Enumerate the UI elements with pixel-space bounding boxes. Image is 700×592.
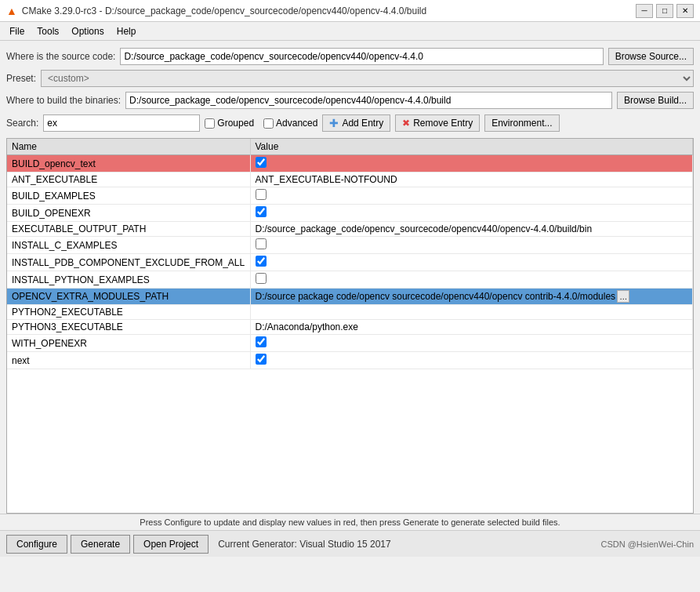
app-icon: ▲ — [6, 5, 17, 17]
ellipsis-button[interactable]: … — [617, 290, 629, 303]
entry-name: OPENCV_EXTRA_MODULES_PATH — [7, 289, 250, 305]
name-column-header: Name — [7, 139, 250, 155]
cmake-table: Name Value BUILD_opencv_textANT_EXECUTAB… — [6, 138, 694, 514]
value-column-header: Value — [250, 139, 693, 155]
search-input[interactable] — [43, 114, 200, 132]
table-row[interactable]: BUILD_OPENEXR — [7, 205, 693, 222]
source-code-row: Where is the source code: Browse Source.… — [6, 47, 694, 66]
menu-file[interactable]: File — [3, 24, 31, 38]
filter-options: Grouped Advanced — [205, 118, 317, 129]
build-label: Where to build the binaries: — [6, 95, 121, 106]
advanced-checkbox-label[interactable]: Advanced — [263, 118, 317, 129]
entry-name: INSTALL_C_EXAMPLES — [7, 237, 250, 254]
table-row[interactable]: BUILD_EXAMPLES — [7, 187, 693, 205]
entry-checkbox[interactable] — [256, 336, 267, 347]
window-title: CMake 3.29.0-rc3 - D:/source_package_cod… — [22, 5, 426, 16]
entry-value: ANT_EXECUTABLE-NOTFOUND — [250, 173, 693, 187]
grouped-checkbox[interactable] — [205, 118, 215, 129]
entry-checkbox[interactable] — [256, 256, 267, 267]
search-label: Search: — [6, 118, 38, 129]
entry-value — [250, 305, 693, 320]
configure-button[interactable]: Configure — [6, 535, 67, 554]
entry-name: INSTALL_PDB_COMPONENT_EXCLUDE_FROM_ALL — [7, 254, 250, 271]
menu-help[interactable]: Help — [111, 24, 143, 38]
credit-text: CSDN @HsienWei-Chin — [600, 539, 694, 549]
entry-name: next — [7, 352, 250, 369]
table-row[interactable]: INSTALL_PDB_COMPONENT_EXCLUDE_FROM_ALL — [7, 254, 693, 271]
table-row[interactable]: PYTHON2_EXECUTABLE — [7, 305, 693, 320]
status-bar: Press Configure to update and display ne… — [0, 514, 700, 530]
status-message: Press Configure to update and display ne… — [140, 518, 560, 527]
entry-value[interactable] — [250, 187, 693, 205]
advanced-checkbox[interactable] — [263, 118, 274, 129]
entry-checkbox[interactable] — [256, 354, 267, 365]
generator-text: Current Generator: Visual Studio 15 2017 — [218, 539, 391, 550]
grouped-checkbox-label[interactable]: Grouped — [205, 118, 254, 129]
menu-options[interactable]: Options — [65, 24, 110, 38]
entry-name: BUILD_OPENEXR — [7, 205, 250, 222]
main-content: Where is the source code: Browse Source.… — [0, 41, 700, 514]
browse-source-button[interactable]: Browse Source... — [608, 48, 694, 65]
table-row[interactable]: ANT_EXECUTABLEANT_EXECUTABLE-NOTFOUND — [7, 173, 693, 187]
build-row: Where to build the binaries: Browse Buil… — [6, 91, 694, 110]
browse-build-button[interactable]: Browse Build... — [617, 92, 694, 109]
title-bar: ▲ CMake 3.29.0-rc3 - D:/source_package_c… — [0, 0, 700, 22]
open-project-button[interactable]: Open Project — [133, 535, 209, 554]
entry-name: PYTHON3_EXECUTABLE — [7, 320, 250, 335]
search-row: Search: Grouped Advanced ✚ Add Entry ✖ R… — [6, 113, 694, 133]
bottom-toolbar: Configure Generate Open Project Current … — [0, 530, 700, 557]
environment-button[interactable]: Environment... — [484, 114, 559, 132]
entry-checkbox[interactable] — [256, 273, 267, 284]
entry-value[interactable] — [250, 352, 693, 369]
table-row[interactable]: INSTALL_C_EXAMPLES — [7, 237, 693, 254]
build-input[interactable] — [125, 92, 612, 109]
entry-value[interactable]: D:/source package code/opencv sourcecode… — [250, 289, 693, 305]
close-button[interactable]: ✕ — [676, 4, 694, 18]
remove-icon: ✖ — [402, 118, 410, 129]
preset-select[interactable]: <custom> — [41, 70, 694, 87]
table-row[interactable]: PYTHON3_EXECUTABLED:/Anaconda/python.exe — [7, 320, 693, 335]
generate-button[interactable]: Generate — [71, 535, 130, 554]
table-row[interactable]: WITH_OPENEXR — [7, 335, 693, 352]
table-row[interactable]: OPENCV_EXTRA_MODULES_PATHD:/source packa… — [7, 289, 693, 305]
entry-name: BUILD_opencv_text — [7, 155, 250, 173]
entry-value[interactable] — [250, 237, 693, 254]
entry-checkbox[interactable] — [256, 157, 267, 168]
menu-tools[interactable]: Tools — [31, 24, 65, 38]
entry-value: D:/source_package_code/opencv_sourcecode… — [250, 222, 693, 237]
entries-table: Name Value BUILD_opencv_textANT_EXECUTAB… — [7, 139, 693, 369]
add-icon: ✚ — [329, 117, 339, 129]
preset-row: Preset: <custom> — [6, 69, 694, 88]
remove-entry-button[interactable]: ✖ Remove Entry — [395, 114, 480, 132]
add-entry-button[interactable]: ✚ Add Entry — [322, 114, 390, 132]
preset-label: Preset: — [6, 73, 36, 84]
menu-bar: File Tools Options Help — [0, 22, 700, 41]
entry-name: BUILD_EXAMPLES — [7, 187, 250, 205]
entry-checkbox[interactable] — [256, 206, 267, 217]
entry-value[interactable] — [250, 271, 693, 289]
table-row[interactable]: INSTALL_PYTHON_EXAMPLES — [7, 271, 693, 289]
source-label: Where is the source code: — [6, 51, 115, 62]
maximize-button[interactable]: □ — [656, 4, 673, 18]
entry-value[interactable] — [250, 335, 693, 352]
entry-value[interactable] — [250, 155, 693, 173]
entry-name: EXECUTABLE_OUTPUT_PATH — [7, 222, 250, 237]
entry-name: WITH_OPENEXR — [7, 335, 250, 352]
entry-value: D:/Anaconda/python.exe — [250, 320, 693, 335]
entry-value[interactable] — [250, 205, 693, 222]
table-row[interactable]: next — [7, 352, 693, 369]
entry-checkbox[interactable] — [256, 189, 267, 200]
entry-name: PYTHON2_EXECUTABLE — [7, 305, 250, 320]
table-row[interactable]: EXECUTABLE_OUTPUT_PATHD:/source_package_… — [7, 222, 693, 237]
entry-checkbox[interactable] — [256, 238, 267, 249]
entry-name: ANT_EXECUTABLE — [7, 173, 250, 187]
entry-value[interactable] — [250, 254, 693, 271]
table-row[interactable]: BUILD_opencv_text — [7, 155, 693, 173]
minimize-button[interactable]: ─ — [636, 4, 653, 18]
source-input[interactable] — [120, 48, 603, 65]
entry-name: INSTALL_PYTHON_EXAMPLES — [7, 271, 250, 289]
